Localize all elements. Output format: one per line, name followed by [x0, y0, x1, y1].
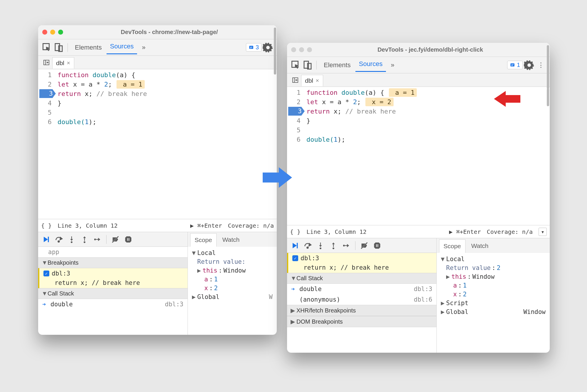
- callstack-header[interactable]: ▼Call Stack: [287, 273, 436, 284]
- step-into-button[interactable]: [66, 234, 77, 245]
- gear-icon[interactable]: [524, 60, 534, 70]
- xhr-breakpoints-header[interactable]: ▶XHR/fetch Breakpoints: [287, 305, 436, 316]
- run-snippet-label[interactable]: ▶ ⌘+Enter: [190, 222, 222, 229]
- stack-frame-row[interactable]: ➔ double dbl:3: [287, 284, 436, 294]
- code-editor[interactable]: 1 2 4 5 6 function double(a) { a = 1 let…: [287, 87, 550, 225]
- item-app[interactable]: app: [38, 247, 188, 257]
- panel-tabbar: Elements Sources » 1 ⋮: [287, 57, 550, 73]
- resume-button[interactable]: [40, 234, 52, 245]
- coverage-label[interactable]: Coverage: n/a: [228, 222, 274, 229]
- devtools-window-before: DevTools - chrome://new-tab-page/ Elemen…: [38, 25, 277, 335]
- pause-exceptions-button[interactable]: [122, 234, 134, 245]
- stack-frame-row[interactable]: ➔ double dbl:3: [38, 299, 188, 310]
- annotation-arrow-icon: [494, 89, 520, 112]
- titlebar[interactable]: DevTools - jec.fyi/demo/dbl-right-click: [287, 43, 550, 57]
- device-toggle-icon[interactable]: [302, 60, 313, 70]
- breakpoint-row[interactable]: ✓ dbl:3 return x; // break here: [38, 268, 188, 288]
- debugger-panel: Scope Watch ✓ dbl:3 return x; // break h…: [287, 238, 550, 353]
- debugger-left-pane[interactable]: app ▼Breakpoints ✓ dbl:3 return x; // br…: [38, 247, 188, 335]
- scope-pane[interactable]: ▼Local Return value: ▶this: Window a: 1 …: [188, 247, 277, 335]
- svg-marker-17: [98, 238, 100, 241]
- issues-chip[interactable]: 3: [246, 43, 262, 52]
- close-tab-icon[interactable]: ✕: [316, 78, 319, 83]
- svg-marker-31: [309, 244, 311, 246]
- gear-icon[interactable]: [263, 42, 273, 53]
- step-button[interactable]: [92, 234, 103, 245]
- tab-elements[interactable]: Elements: [320, 60, 354, 71]
- scope-tab[interactable]: Scope: [190, 233, 217, 247]
- svg-marker-0: [263, 167, 292, 188]
- deactivate-breakpoints-button[interactable]: [109, 234, 121, 245]
- code-editor[interactable]: 1 2 4 5 6 function double(a) { let x = a…: [38, 69, 277, 219]
- coverage-label[interactable]: Coverage: n/a: [487, 228, 533, 235]
- dom-breakpoints-header[interactable]: ▶DOM Breakpoints: [287, 316, 436, 327]
- window-minimize-icon[interactable]: [50, 30, 55, 35]
- svg-point-34: [320, 247, 321, 249]
- window-zoom-icon[interactable]: [307, 47, 312, 52]
- svg-point-15: [94, 239, 96, 240]
- scope-tab[interactable]: Scope: [439, 239, 465, 253]
- scope-pane[interactable]: ▼Local Return value: 2 ▶this: Window a: …: [437, 253, 550, 353]
- navigator-toggle-icon[interactable]: [289, 77, 301, 84]
- breakpoints-header[interactable]: ▼Breakpoints: [38, 257, 188, 268]
- run-snippet-label[interactable]: ▶ ⌘+Enter: [449, 228, 481, 235]
- svg-point-37: [343, 245, 345, 246]
- step-into-button[interactable]: [315, 240, 326, 251]
- watch-tab[interactable]: Watch: [218, 233, 244, 247]
- tab-elements[interactable]: Elements: [71, 42, 105, 53]
- checkbox-checked-icon[interactable]: ✓: [43, 271, 49, 276]
- tab-sources[interactable]: Sources: [107, 41, 137, 54]
- issues-chip[interactable]: 1: [507, 61, 523, 69]
- pause-exceptions-button[interactable]: [371, 240, 383, 251]
- scrollbar-thumb[interactable]: [547, 89, 549, 106]
- svg-rect-30: [297, 243, 298, 248]
- callstack-header[interactable]: ▼Call Stack: [38, 288, 188, 299]
- device-toggle-icon[interactable]: [53, 42, 64, 53]
- stack-frame-row[interactable]: (anonymous) dbl:6: [287, 294, 436, 305]
- tab-sources[interactable]: Sources: [355, 58, 386, 72]
- window-close-icon[interactable]: [42, 30, 47, 35]
- code-content[interactable]: function double(a) { let x = a * 2; a = …: [55, 69, 277, 219]
- editor-statusbar: { } Line 3, Column 12 ▶ ⌘+Enter Coverage…: [287, 225, 550, 238]
- window-zoom-icon[interactable]: [58, 30, 63, 35]
- file-tab-dbl[interactable]: dbl ✕: [52, 57, 74, 69]
- breakpoint-marker[interactable]: 3: [39, 89, 56, 98]
- deactivate-breakpoints-button[interactable]: [358, 240, 370, 251]
- resume-button[interactable]: [289, 240, 301, 251]
- step-over-button[interactable]: [53, 234, 65, 245]
- navigator-toggle-icon[interactable]: [41, 59, 52, 66]
- pretty-print-icon[interactable]: { }: [290, 228, 301, 235]
- breakpoint-row[interactable]: ✓ dbl:3 return x; // break here: [287, 253, 436, 273]
- file-tab-dbl[interactable]: dbl ✕: [301, 75, 323, 86]
- file-tabbar: dbl ✕: [287, 73, 550, 87]
- window-close-icon[interactable]: [291, 47, 296, 52]
- watch-tab[interactable]: Watch: [467, 239, 493, 253]
- svg-point-10: [58, 241, 60, 242]
- svg-point-36: [333, 247, 334, 249]
- debugger-left-pane[interactable]: ✓ dbl:3 return x; // break here ▼Call St…: [287, 253, 437, 353]
- step-button[interactable]: [340, 240, 352, 251]
- inspect-icon[interactable]: [291, 60, 301, 70]
- svg-point-32: [307, 247, 308, 248]
- breakpoint-marker[interactable]: 3: [288, 107, 305, 116]
- titlebar[interactable]: DevTools - chrome://new-tab-page/: [38, 25, 277, 39]
- checkbox-checked-icon[interactable]: ✓: [292, 255, 298, 261]
- panel-tabbar: Elements Sources » 3: [38, 39, 277, 56]
- step-over-button[interactable]: [302, 240, 313, 251]
- close-tab-icon[interactable]: ✕: [67, 60, 70, 66]
- window-minimize-icon[interactable]: [299, 47, 304, 52]
- svg-rect-21: [129, 238, 129, 241]
- step-out-button[interactable]: [328, 240, 339, 251]
- step-out-button[interactable]: [79, 234, 90, 245]
- kebab-menu-icon[interactable]: ⋮: [536, 60, 546, 70]
- inline-value-badge: a = 1: [389, 88, 417, 97]
- svg-marker-9: [60, 237, 62, 240]
- tab-overflow[interactable]: »: [387, 60, 398, 71]
- cursor-position: Line 3, Column 12: [306, 228, 367, 235]
- editor-statusbar: { } Line 3, Column 12 ▶ ⌘+Enter Coverage…: [38, 219, 277, 232]
- pretty-print-icon[interactable]: { }: [41, 222, 52, 229]
- sidebar-toggle-icon[interactable]: ▾: [539, 228, 547, 236]
- inline-value-badge: a = 1: [117, 80, 144, 89]
- inspect-icon[interactable]: [42, 42, 52, 53]
- tab-overflow[interactable]: »: [138, 42, 149, 53]
